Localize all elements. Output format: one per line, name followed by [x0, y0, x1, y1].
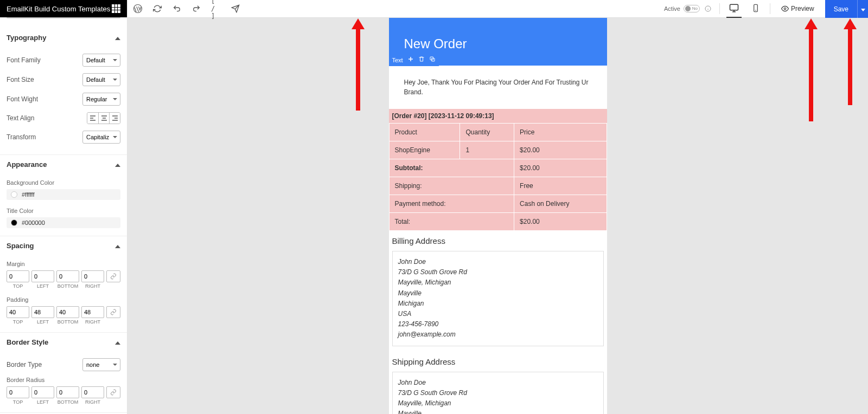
- active-label: Active: [664, 5, 680, 12]
- border-type-select[interactable]: none: [82, 358, 120, 371]
- table-row: Total: $20.00: [389, 213, 607, 231]
- font-family-label: Font Family: [7, 56, 41, 64]
- divider: [719, 3, 720, 14]
- undo-icon[interactable]: [172, 4, 182, 14]
- billing-address-block[interactable]: John Doe 73/D G South Grove Rd Mayville,…: [392, 251, 604, 346]
- margin-right-input[interactable]: [81, 270, 104, 282]
- widget-label: Text: [392, 57, 403, 63]
- chevron-up-icon: [115, 242, 120, 250]
- shortcode-button[interactable]: [ / ]: [211, 4, 221, 14]
- padding-left-input[interactable]: [31, 306, 54, 318]
- margin-inputs: TOP LEFT BOTTOM RIGHT: [7, 270, 120, 289]
- padding-bottom-input[interactable]: [56, 306, 79, 318]
- shipping-title: Shipping Address: [389, 352, 607, 370]
- title-color-value: #000000: [22, 219, 45, 226]
- section-head-appearance[interactable]: Appearance: [0, 155, 127, 174]
- margin-bottom-input[interactable]: [56, 270, 79, 282]
- widget-add-icon[interactable]: [407, 56, 414, 64]
- align-center-button[interactable]: [98, 113, 109, 124]
- topbar-right: Active No Preview Save: [664, 0, 868, 17]
- refresh-icon[interactable]: [152, 4, 162, 14]
- section-title: Spacing: [7, 242, 34, 250]
- color-swatch-icon: [11, 191, 17, 198]
- text-align-group: [87, 112, 120, 124]
- padding-link-button[interactable]: [106, 306, 120, 318]
- margin-link-button[interactable]: [106, 270, 120, 282]
- color-swatch-icon: [11, 219, 17, 226]
- section-border: Border Style Border Type none Border Rad…: [0, 333, 127, 413]
- active-toggle-group: Active No: [664, 4, 713, 14]
- table-row: Payment method: Cash on Delivery: [389, 195, 607, 213]
- margin-label: Margin: [7, 258, 120, 268]
- email-header-block[interactable]: New Order Text: [389, 18, 607, 66]
- preview-button[interactable]: Preview: [777, 5, 819, 12]
- chevron-down-icon: [861, 5, 865, 13]
- save-button[interactable]: Save: [825, 0, 857, 18]
- section-title: Typography: [7, 34, 46, 42]
- padding-inputs: TOP LEFT BOTTOM RIGHT: [7, 306, 120, 325]
- topbar-left: [ / ]: [133, 4, 240, 14]
- align-left-button[interactable]: [87, 113, 98, 124]
- chevron-up-icon: [115, 34, 120, 42]
- active-toggle[interactable]: No: [684, 5, 700, 12]
- redo-icon[interactable]: [192, 4, 201, 14]
- wordpress-icon[interactable]: [133, 4, 143, 14]
- desktop-view-button[interactable]: [726, 0, 742, 18]
- table-header-row: Product Quantity Price: [389, 124, 607, 141]
- padding-label: Padding: [7, 294, 120, 304]
- radius-left-input[interactable]: [31, 386, 54, 398]
- font-size-label: Font Size: [7, 76, 34, 83]
- canvas-wrapper: New Order Text Hey Joe, Thank You For Pl…: [127, 18, 868, 414]
- margin-top-input[interactable]: [7, 270, 29, 282]
- padding-top-input[interactable]: [7, 306, 29, 318]
- font-weight-select[interactable]: Regular: [82, 93, 120, 106]
- eye-icon: [781, 5, 789, 12]
- text-align-label: Text Align: [7, 114, 34, 122]
- info-icon[interactable]: [703, 4, 713, 14]
- radius-top-input[interactable]: [7, 386, 29, 398]
- transform-select[interactable]: Capitaliz: [82, 131, 120, 144]
- border-type-label: Border Type: [7, 361, 42, 368]
- mobile-view-button[interactable]: [748, 0, 763, 18]
- bg-color-picker[interactable]: #ffffff: [7, 189, 120, 200]
- title-color-picker[interactable]: #000000: [7, 217, 120, 228]
- send-icon[interactable]: [231, 4, 240, 14]
- preview-thumbnail-slot: [7, 17, 120, 18]
- section-head-spacing[interactable]: Spacing: [0, 236, 127, 255]
- bg-color-label: Background Color: [7, 177, 120, 187]
- billing-title: Billing Address: [389, 231, 607, 249]
- table-row: Subtotal: $20.00: [389, 159, 607, 177]
- table-row: ShopEngine 1 $20.00: [389, 141, 607, 159]
- section-head-typography[interactable]: Typography: [0, 28, 127, 47]
- shipping-address-block[interactable]: John Doe 73/D G South Grove Rd Mayville,…: [392, 372, 604, 415]
- sidebar-header: EmailKit Build Custom Templates: [0, 0, 127, 17]
- section-typography: Typography Font Family Default Font Size…: [0, 28, 127, 155]
- radius-bottom-input[interactable]: [56, 386, 79, 398]
- border-radius-label: Border Radius: [7, 374, 120, 384]
- svg-point-18: [784, 8, 786, 10]
- radius-link-button[interactable]: [106, 386, 120, 398]
- font-size-select[interactable]: Default: [82, 73, 120, 86]
- widget-duplicate-icon[interactable]: [429, 56, 436, 64]
- order-table[interactable]: Product Quantity Price ShopEngine 1 $20.…: [389, 123, 607, 231]
- email-canvas[interactable]: New Order Text Hey Joe, Thank You For Pl…: [389, 18, 607, 414]
- col-price: Price: [514, 124, 607, 141]
- chevron-up-icon: [115, 160, 120, 169]
- font-family-select[interactable]: Default: [82, 54, 120, 67]
- divider: [770, 3, 770, 14]
- radius-inputs: TOP LEFT BOTTOM RIGHT: [7, 386, 120, 405]
- align-right-button[interactable]: [109, 113, 120, 124]
- grid-menu-icon[interactable]: [112, 4, 120, 13]
- widget-delete-icon[interactable]: [418, 56, 425, 64]
- app-root: EmailKit Build Custom Templates Typograp…: [0, 0, 868, 414]
- font-weight-label: Font Wight: [7, 95, 38, 103]
- margin-left-input[interactable]: [31, 270, 54, 282]
- radius-right-input[interactable]: [81, 386, 104, 398]
- table-row: Shipping: Free: [389, 177, 607, 195]
- save-dropdown-button[interactable]: [857, 0, 868, 18]
- section-spacing: Spacing Margin TOP LEFT BOTTOM RIGHT Pad…: [0, 236, 127, 333]
- email-greeting-block[interactable]: Hey Joe, Thank You For Placing Your Orde…: [389, 66, 607, 109]
- padding-right-input[interactable]: [81, 306, 104, 318]
- section-head-border[interactable]: Border Style: [0, 333, 127, 352]
- order-meta-bar[interactable]: [Order #20] [2023-11-12 09:49:13]: [389, 109, 607, 123]
